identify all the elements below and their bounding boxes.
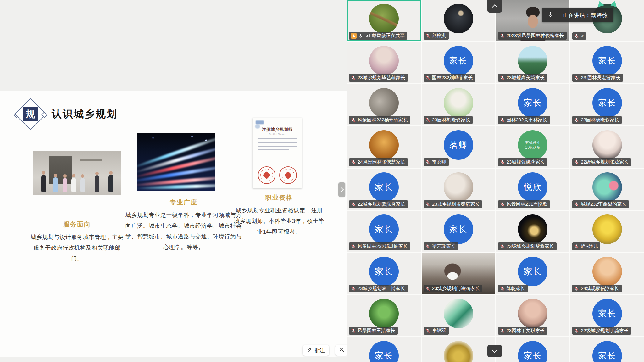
participant-tile[interactable]: 23城乡规划闫诗涵家长: [422, 253, 495, 294]
participant-name-label: 22级城乡规划丁蕊家长: [572, 327, 631, 335]
participant-avatar: [518, 214, 547, 244]
red-seal-icon: [279, 166, 297, 184]
participant-tile[interactable]: 家长22级城乡规划丁蕊家长: [570, 295, 644, 336]
participant-avatar: [592, 214, 622, 244]
participant-tile[interactable]: 风景园林232杨环竹家长: [347, 84, 421, 125]
participant-name-label: 23园林杨晓蓉家长: [572, 116, 622, 124]
share-area: 规 认识城乡规划: [0, 0, 347, 362]
participant-tile[interactable]: 家长23 园林吴宏波家长: [570, 42, 644, 83]
participant-tile[interactable]: 23城乡规划毕艺萌家长: [347, 42, 421, 83]
scroll-down-button[interactable]: [487, 345, 502, 357]
participant-tile[interactable]: 家长陈乾家长: [496, 253, 570, 294]
participant-name-text: 风景园林232郑思岐家长: [358, 243, 408, 249]
participant-tile[interactable]: 悦欣风景园林231周悦欣: [496, 169, 570, 210]
section-qualification: 职业资格 城乡规划专业职业资格认定，注册城乡规划师。本科毕业3年，硕士毕业1年即…: [233, 193, 325, 237]
participant-tile[interactable]: 家长梁艺璇家长: [422, 211, 495, 252]
participant-name-text: 23城规张婉蓉家长: [507, 159, 545, 165]
participant-tile[interactable]: 22级城乡规划张蕊家长: [570, 126, 644, 168]
mic-muted-icon: [500, 328, 505, 333]
section-breadth: 专业广度 城乡规划专业是一级学科，专业学习领域与方向广泛。城市生态学、城市经济学…: [125, 198, 242, 253]
logo-seal-character: 规: [23, 107, 38, 121]
participant-name-label: 陈乾家长: [498, 285, 528, 292]
participant-tile[interactable]: 家长22城乡规划冀泓炎家长: [347, 169, 421, 210]
participant-tile[interactable]: 戴碧薇正在共享: [347, 0, 421, 41]
participant-name-text: 24风景园林张偲慧家长: [358, 159, 405, 165]
participant-name-label: 24城规廖信淳家长: [572, 285, 622, 292]
participant-tile[interactable]: 家长: [347, 337, 421, 362]
participant-tile[interactable]: [422, 337, 495, 362]
participant-tile[interactable]: 茗卿雷茗卿: [422, 126, 495, 168]
participant-avatar: [592, 172, 622, 202]
mic-muted-icon: [574, 202, 579, 207]
participant-avatar: [518, 299, 547, 328]
participant-name-label: 园林232刘晔菲家长: [424, 74, 475, 82]
participant-name-label: 23城乡规划闫诗涵家长: [424, 285, 482, 292]
participant-avatar: 家长: [369, 214, 399, 244]
chevron-up-icon: [492, 4, 497, 10]
participant-name-label: 城规232李鑫焱的家长: [572, 200, 629, 208]
speaking-toast: 正在讲话：戴碧薇: [542, 8, 613, 22]
participant-tile[interactable]: 家长23城乡规划袁一博家长: [347, 253, 421, 294]
mic-muted-icon: [574, 244, 579, 249]
participant-avatar: [369, 299, 399, 328]
participant-name-label: 刘梓淇: [424, 32, 449, 40]
collapse-panel-handle[interactable]: [338, 182, 345, 197]
participant-tile[interactable]: 24风景园林张偲慧家长: [347, 126, 421, 168]
participant-tile[interactable]: 有钱任性 没钱认命23城规张婉蓉家长: [496, 126, 570, 168]
participant-tile[interactable]: 城规232李鑫焱的家长: [570, 169, 644, 210]
person-silhouette: [80, 178, 85, 192]
mic-muted-icon: [574, 328, 579, 333]
participant-tile[interactable]: 23城乡规划孟秦彦家长: [422, 169, 495, 210]
participant-tile[interactable]: 23级城乡规划黎鑫家长: [496, 211, 570, 252]
section-body: 城乡规划专业是一级学科，专业学习领域与方向广泛。城市生态学、城市经济学、城市社会…: [125, 210, 242, 253]
participant-name-text: <: [581, 33, 584, 39]
section-service: 服务面向 城乡规划与设计服务城市管理，主要服务于政府行政机构及相关职能部门。: [30, 220, 124, 264]
participant-avatar: [444, 341, 473, 362]
participant-tile[interactable]: 家长: [496, 337, 570, 362]
participant-name-label: 23城规高美慧家长: [498, 74, 547, 82]
planning-seal-logo: 规: [16, 99, 45, 129]
participant-tile[interactable]: 家长23园林杨晓蓉家长: [570, 84, 644, 125]
participant-tile[interactable]: 静~静儿: [570, 211, 644, 252]
participant-tile[interactable]: 刘梓淇: [422, 0, 495, 41]
participant-name-label: 23城乡规划毕艺萌家长: [349, 74, 408, 82]
participant-name-text: 22级城乡规划张蕊家长: [581, 159, 629, 165]
section-heading: 服务面向: [30, 220, 124, 229]
participant-name-text: 梁艺璇家长: [432, 243, 456, 249]
mic-muted-icon: [500, 118, 505, 122]
participant-avatar: [369, 46, 399, 75]
participant-tile[interactable]: 23园林丁文琪家长: [496, 295, 570, 336]
zoom-in-button[interactable]: [335, 345, 348, 356]
mic-muted-icon: [425, 202, 430, 207]
section-heading: 职业资格: [233, 193, 325, 202]
participant-name-label: <: [572, 32, 586, 40]
participant-tile[interactable]: 24城规廖信淳家长: [570, 253, 644, 294]
mic-muted-icon: [425, 244, 430, 249]
participant-tile[interactable]: 23城规高美慧家长: [496, 42, 570, 83]
participant-name-label: 23城规张婉蓉家长: [498, 158, 547, 166]
participant-tile[interactable]: 23园林刘晓璐家长: [422, 84, 495, 125]
participant-tile[interactable]: 家长园林232刘晔菲家长: [422, 42, 495, 83]
participant-tile[interactable]: 家长: [570, 337, 644, 362]
participant-avatar: 家长: [592, 88, 622, 118]
participant-tile[interactable]: 家长风景园林232郑思岐家长: [347, 211, 421, 252]
annotate-button[interactable]: 批注: [303, 345, 329, 356]
participant-name-text: 23 园林吴宏波家长: [581, 75, 620, 81]
participant-name-label: 风景园林231周悦欣: [498, 200, 550, 208]
participant-name-label: 23级城乡规划黎鑫家长: [498, 242, 557, 250]
participant-name-text: 李银双: [432, 328, 446, 334]
scroll-up-button[interactable]: [487, 0, 502, 13]
mic-muted-icon: [425, 286, 430, 291]
mic-muted-icon: [425, 33, 430, 38]
participant-name-text: 23园林丁文琪家长: [507, 328, 545, 334]
participant-name-text: 23城乡规划毕艺萌家长: [358, 75, 405, 81]
slide-title: 认识城乡规划: [52, 107, 118, 121]
participant-name-text: 24城规廖信淳家长: [581, 286, 619, 292]
participant-tile[interactable]: 家长园林232关卓林家长: [496, 84, 570, 125]
participant-name-text: 23园林刘晓璐家长: [432, 117, 470, 123]
participant-tile[interactable]: 李银双: [422, 295, 495, 336]
pencil-icon: [307, 347, 312, 354]
participant-name-label: 23园林丁文琪家长: [498, 327, 547, 335]
participant-avatar: 家长: [369, 257, 399, 286]
participant-tile[interactable]: 风景园林王洁家长: [347, 295, 421, 336]
